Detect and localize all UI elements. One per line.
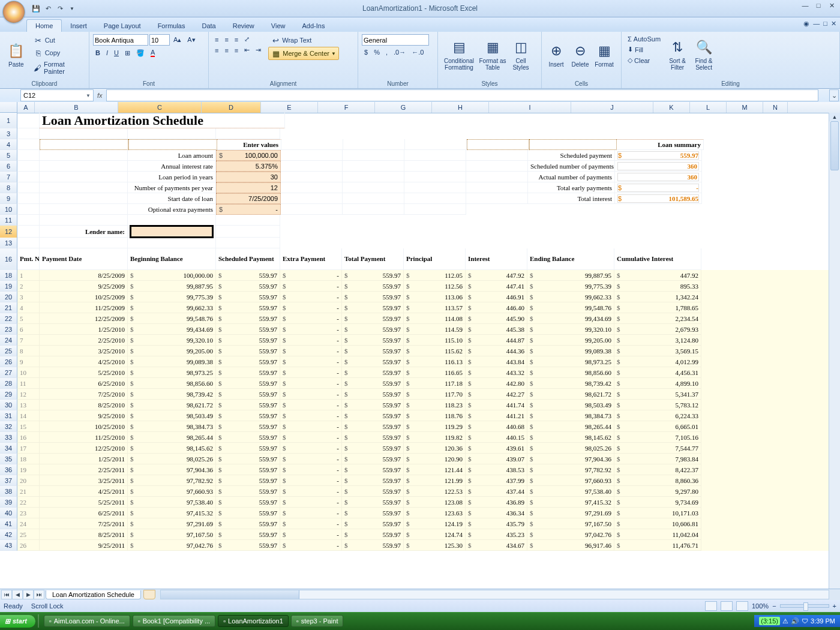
cell[interactable]: 8	[17, 346, 40, 356]
col-header-H[interactable]: H	[432, 102, 489, 113]
cell[interactable]: 360	[615, 172, 702, 182]
cell[interactable]: $2,234.54	[614, 313, 701, 324]
cell[interactable]: $98,025.26	[128, 454, 216, 464]
cell[interactable]: 20	[17, 475, 40, 486]
cell[interactable]: 19	[17, 464, 40, 475]
fill-button[interactable]: ⬇ Fill	[625, 44, 663, 55]
system-tray[interactable]: (3:15) ⚠ 🔊 🛡 3:39 PM	[754, 615, 840, 627]
cell[interactable]: $100,000.00	[128, 270, 216, 281]
tray-icon[interactable]: 🛡	[802, 617, 808, 625]
zoom-slider[interactable]	[780, 604, 829, 608]
align-right-icon[interactable]: ≡	[232, 46, 241, 55]
cell[interactable]: $559.97	[216, 302, 280, 313]
cell[interactable]	[17, 128, 40, 139]
cell[interactable]: $559.97	[342, 346, 404, 356]
cell[interactable]	[128, 215, 216, 226]
cell[interactable]: $-	[280, 400, 342, 410]
cell[interactable]: $-	[280, 443, 342, 454]
cell[interactable]: 12/25/2009	[40, 313, 128, 324]
cell[interactable]: $444.36	[466, 346, 527, 356]
row-header[interactable]: 19	[0, 281, 17, 292]
row-header[interactable]: 13	[0, 238, 17, 248]
undo-icon[interactable]: ↶	[43, 4, 53, 13]
next-sheet-icon[interactable]: ▶	[23, 590, 34, 599]
cell[interactable]: $-	[280, 346, 342, 356]
decrease-indent-icon[interactable]: ⇤	[242, 45, 252, 55]
cell[interactable]: Extra Payment	[280, 248, 342, 270]
cell[interactable]: $-	[280, 454, 342, 464]
cell[interactable]: $559.97	[216, 335, 280, 346]
cell[interactable]: 14	[17, 410, 40, 421]
cell[interactable]: $97,167.50	[527, 518, 614, 529]
cell[interactable]	[17, 238, 40, 248]
cell[interactable]: $98,503.49	[128, 410, 216, 421]
cell[interactable]: $11,042.04	[614, 529, 701, 540]
col-header-F[interactable]: F	[318, 102, 375, 113]
cell[interactable]: $121.44	[404, 464, 466, 475]
cell[interactable]	[40, 150, 128, 161]
doc-minimize-icon[interactable]: —	[813, 20, 820, 28]
cell[interactable]: $559.97	[342, 518, 404, 529]
cell[interactable]	[343, 150, 404, 161]
cell[interactable]: 5.375%	[216, 161, 281, 172]
cell[interactable]: $559.97	[216, 540, 280, 551]
cell[interactable]: $-	[216, 204, 281, 215]
cell[interactable]: 2/25/2010	[40, 335, 128, 346]
cell[interactable]: $99,434.69	[527, 313, 614, 324]
cell[interactable]: $559.97	[216, 475, 280, 486]
row-header[interactable]: 4	[0, 139, 17, 150]
cell[interactable]	[281, 193, 343, 204]
zoom-level[interactable]: 100%	[752, 602, 769, 610]
cell[interactable]	[128, 226, 216, 238]
cell[interactable]: $125.30	[404, 540, 466, 551]
cell[interactable]: $98,145.62	[527, 432, 614, 443]
row-header[interactable]: 30	[0, 400, 17, 410]
cell[interactable]	[281, 161, 343, 172]
cell[interactable]: $98,145.62	[128, 443, 216, 454]
start-button[interactable]: ⊞start	[0, 615, 35, 628]
cell[interactable]: Actual number of payments	[528, 172, 615, 182]
cell[interactable]: $124.74	[404, 529, 466, 540]
cell[interactable]: $122.53	[404, 486, 466, 497]
cell[interactable]: $-	[280, 529, 342, 540]
cell[interactable]: Number of payments per year	[128, 182, 216, 193]
cell[interactable]: $98,739.42	[527, 378, 614, 389]
scroll-thumb[interactable]	[830, 121, 839, 170]
cell[interactable]: $112.05	[404, 270, 466, 281]
copy-button[interactable]: ⎘Copy	[31, 47, 85, 59]
cell[interactable]: 2	[17, 281, 40, 292]
cell[interactable]: $98,621.72	[527, 389, 614, 400]
cell[interactable]: 12	[216, 182, 281, 193]
cell[interactable]: $-	[280, 324, 342, 335]
cell[interactable]: Cumulative Interest	[614, 248, 701, 270]
cell[interactable]: $101,589.65	[615, 193, 702, 204]
cell[interactable]: $99,887.95	[527, 270, 614, 281]
col-header-N[interactable]: N	[763, 102, 788, 113]
doc-restore-icon[interactable]: □	[823, 20, 827, 28]
sheet-tab-active[interactable]: Loan Amortization Schedule	[46, 590, 141, 599]
cell[interactable]: $98,973.25	[128, 367, 216, 378]
row-header[interactable]: 34	[0, 443, 17, 454]
cell[interactable]	[216, 226, 280, 238]
col-header-G[interactable]: G	[375, 102, 432, 113]
cell[interactable]: $113.06	[404, 292, 466, 302]
row-header[interactable]: 6	[0, 161, 17, 172]
cell[interactable]: 26	[17, 540, 40, 551]
zoom-in-icon[interactable]: +	[833, 602, 836, 610]
help-icon[interactable]: ◉	[803, 20, 809, 28]
cell[interactable]: $436.34	[466, 508, 527, 518]
cell[interactable]	[40, 182, 128, 193]
cell[interactable]: $97,042.76	[128, 540, 216, 551]
fx-icon[interactable]: fx	[97, 92, 103, 99]
cell[interactable]: 6/25/2010	[40, 378, 128, 389]
cell[interactable]: $-	[280, 432, 342, 443]
cell[interactable]: $-	[280, 540, 342, 551]
cell[interactable]: $1,788.65	[614, 302, 701, 313]
orientation-icon[interactable]: ⤢	[242, 34, 252, 44]
cell[interactable]: $97,415.32	[128, 508, 216, 518]
cell[interactable]: 10/25/2009	[40, 292, 128, 302]
cell[interactable]: 13	[17, 400, 40, 410]
cell[interactable]	[466, 193, 528, 204]
cell[interactable]: $98,384.73	[527, 410, 614, 421]
align-bottom-icon[interactable]: ≡	[232, 35, 241, 44]
